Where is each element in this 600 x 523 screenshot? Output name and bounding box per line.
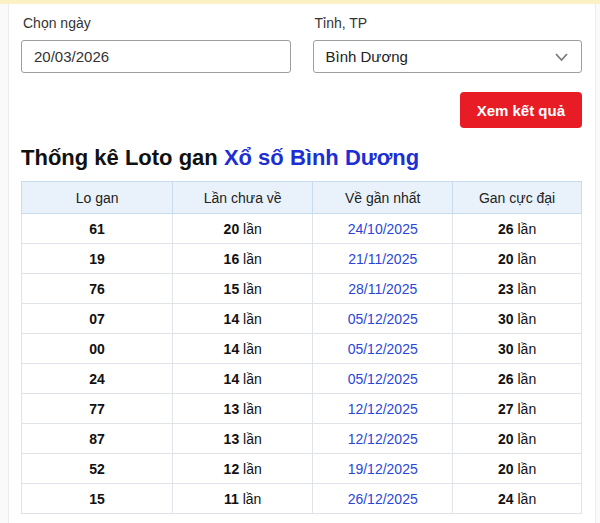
lo-gan-cell: 61	[22, 214, 173, 244]
table-row: 0014 lần05/12/202530 lần	[22, 334, 582, 364]
last-seen-date-link[interactable]: 12/12/2025	[348, 431, 418, 447]
max-gan-cell: 20 lần	[453, 454, 582, 484]
lo-gan-cell: 24	[22, 364, 173, 394]
table-row: 7713 lần12/12/202527 lần	[22, 394, 582, 424]
last-seen-date-link[interactable]: 05/12/2025	[348, 341, 418, 357]
last-seen-cell: 05/12/2025	[313, 364, 453, 394]
times-missing-cell: 12 lần	[173, 454, 313, 484]
header-lan-chua-ve: Lần chưa về	[173, 182, 313, 214]
lo-gan-cell: 52	[22, 454, 173, 484]
view-results-button[interactable]: Xem kết quả	[460, 92, 582, 128]
header-gan-cuc-dai: Gan cực đại	[453, 182, 582, 214]
table-row: 8713 lần12/12/202520 lần	[22, 424, 582, 454]
lo-gan-cell: 19	[22, 244, 173, 274]
last-seen-date-link[interactable]: 28/11/2025	[348, 281, 417, 297]
max-gan-cell: 26 lần	[453, 364, 582, 394]
page-title-link[interactable]: Xổ số Bình Dương	[224, 145, 419, 170]
last-seen-date-link[interactable]: 05/12/2025	[348, 311, 418, 327]
header-lo-gan: Lo gan	[22, 182, 173, 214]
table-row: 2414 lần05/12/202526 lần	[22, 364, 582, 394]
last-seen-date-link[interactable]: 24/10/2025	[348, 221, 418, 237]
times-missing-cell: 14 lần	[173, 304, 313, 334]
date-field-label: Chọn ngày	[21, 10, 291, 40]
last-seen-date-link[interactable]: 21/11/2025	[348, 251, 417, 267]
last-seen-cell: 05/12/2025	[313, 334, 453, 364]
table-header-row: Lo gan Lần chưa về Về gần nhất Gan cực đ…	[22, 182, 582, 214]
last-seen-date-link[interactable]: 26/12/2025	[348, 491, 418, 507]
max-gan-cell: 27 lần	[453, 394, 582, 424]
table-row: 6120 lần24/10/202526 lần	[22, 214, 582, 244]
max-gan-cell: 24 lần	[453, 484, 582, 514]
lo-gan-cell: 15	[22, 484, 173, 514]
last-seen-date-link[interactable]: 12/12/2025	[348, 401, 418, 417]
date-field-group: Chọn ngày	[21, 10, 291, 73]
province-field-group: Tỉnh, TP Bình Dương	[313, 10, 583, 73]
province-selected-value: Bình Dương	[326, 48, 408, 65]
max-gan-cell: 30 lần	[453, 304, 582, 334]
last-seen-cell: 12/12/2025	[313, 424, 453, 454]
chevron-down-icon	[554, 51, 569, 63]
loto-table-body: 6120 lần24/10/202526 lần1916 lần21/11/20…	[22, 214, 582, 514]
last-seen-cell: 12/12/2025	[313, 394, 453, 424]
max-gan-cell: 26 lần	[453, 214, 582, 244]
page-title: Thống kê Loto gan Xổ số Bình Dương	[21, 145, 582, 171]
date-input[interactable]	[21, 40, 291, 73]
header-ve-gan-nhat: Về gần nhất	[313, 182, 453, 214]
times-missing-cell: 11 lần	[173, 484, 313, 514]
last-seen-cell: 19/12/2025	[313, 454, 453, 484]
times-missing-cell: 15 lần	[173, 274, 313, 304]
last-seen-cell: 24/10/2025	[313, 214, 453, 244]
last-seen-cell: 28/11/2025	[313, 274, 453, 304]
times-missing-cell: 13 lần	[173, 424, 313, 454]
times-missing-cell: 14 lần	[173, 334, 313, 364]
table-row: 1511 lần26/12/202524 lần	[22, 484, 582, 514]
times-missing-cell: 20 lần	[173, 214, 313, 244]
lo-gan-cell: 00	[22, 334, 173, 364]
lo-gan-cell: 07	[22, 304, 173, 334]
table-row: 7615 lần28/11/202523 lần	[22, 274, 582, 304]
loto-gan-table: Lo gan Lần chưa về Về gần nhất Gan cực đ…	[21, 181, 582, 514]
last-seen-cell: 21/11/2025	[313, 244, 453, 274]
max-gan-cell: 23 lần	[453, 274, 582, 304]
table-row: 0714 lần05/12/202530 lần	[22, 304, 582, 334]
max-gan-cell: 30 lần	[453, 334, 582, 364]
times-missing-cell: 16 lần	[173, 244, 313, 274]
submit-row: Xem kết quả	[21, 92, 582, 128]
times-missing-cell: 14 lần	[173, 364, 313, 394]
table-header: Lo gan Lần chưa về Về gần nhất Gan cực đ…	[22, 182, 582, 214]
table-row: 5212 lần19/12/202520 lần	[22, 454, 582, 484]
last-seen-cell: 05/12/2025	[313, 304, 453, 334]
lo-gan-cell: 77	[22, 394, 173, 424]
province-select[interactable]: Bình Dương	[313, 40, 583, 73]
lo-gan-cell: 76	[22, 274, 173, 304]
times-missing-cell: 13 lần	[173, 394, 313, 424]
last-seen-date-link[interactable]: 05/12/2025	[348, 371, 418, 387]
max-gan-cell: 20 lần	[453, 424, 582, 454]
content-card: Chọn ngày Tỉnh, TP Bình Dương Xem kết qu…	[8, 4, 596, 523]
lo-gan-cell: 87	[22, 424, 173, 454]
table-row: 1916 lần21/11/202520 lần	[22, 244, 582, 274]
last-seen-cell: 26/12/2025	[313, 484, 453, 514]
last-seen-date-link[interactable]: 19/12/2025	[348, 461, 418, 477]
max-gan-cell: 20 lần	[453, 244, 582, 274]
page-title-text: Thống kê Loto gan	[21, 145, 224, 170]
province-field-label: Tỉnh, TP	[313, 10, 583, 40]
filter-form: Chọn ngày Tỉnh, TP Bình Dương	[21, 10, 582, 73]
